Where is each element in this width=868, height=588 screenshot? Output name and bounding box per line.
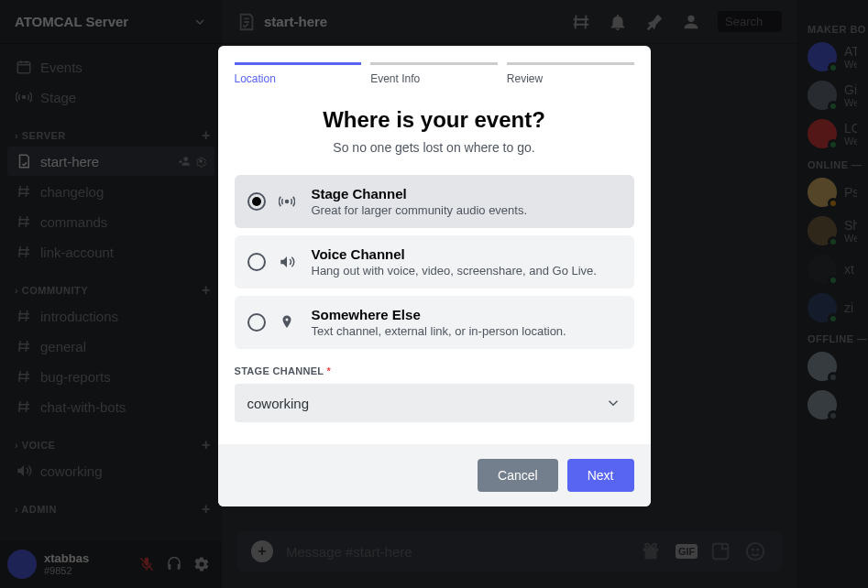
step-location[interactable]: Location	[235, 62, 362, 85]
cancel-button[interactable]: Cancel	[478, 459, 558, 492]
svg-point-10	[284, 200, 289, 204]
radio-icon	[247, 192, 266, 211]
create-event-modal: Location Event Info Review Where is your…	[218, 46, 651, 506]
next-button[interactable]: Next	[567, 459, 634, 492]
select-label: STAGE CHANNEL *	[235, 365, 634, 376]
stage-icon	[279, 193, 299, 210]
modal-subtitle: So no one gets lost on where to go.	[235, 140, 634, 155]
speaker-icon	[279, 254, 299, 270]
option-voice[interactable]: Voice Channel Hang out with voice, video…	[235, 235, 634, 289]
step-review[interactable]: Review	[507, 62, 634, 85]
chevron-down-icon	[605, 395, 621, 411]
option-else[interactable]: Somewhere Else Text channel, external li…	[235, 296, 634, 349]
select-value: coworking	[247, 396, 310, 411]
modal-title: Where is your event?	[235, 107, 634, 133]
option-stage[interactable]: Stage Channel Great for larger community…	[235, 175, 634, 228]
step-event info[interactable]: Event Info	[370, 62, 498, 85]
modal-overlay[interactable]: Location Event Info Review Where is your…	[0, 0, 868, 588]
pin-icon	[279, 314, 299, 331]
radio-icon	[247, 253, 266, 271]
stage-channel-select[interactable]: coworking	[235, 384, 634, 422]
radio-icon	[247, 313, 266, 332]
